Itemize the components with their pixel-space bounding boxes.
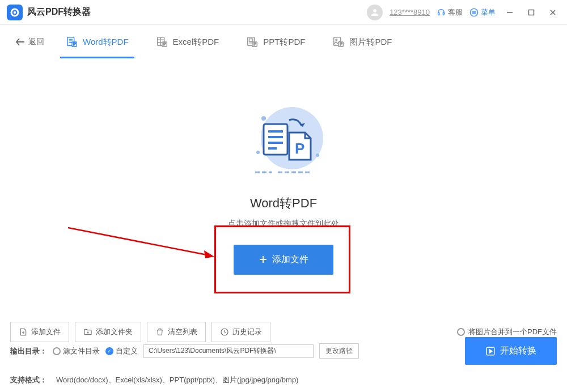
svg-point-32 — [261, 116, 266, 121]
app-title: 风云PDF转换器 — [27, 6, 91, 18]
start-convert-button[interactable]: 开始转换 — [465, 337, 557, 365]
radio-unchecked-icon — [457, 328, 465, 336]
svg-point-1 — [14, 11, 16, 14]
support-link[interactable]: 客服 — [437, 7, 463, 18]
tab-image-to-pdf[interactable]: P 图片转PDF — [321, 27, 403, 57]
output-path-input[interactable] — [143, 344, 314, 358]
main-subtitle: 点击添加文件或拖拽文件到此处 — [228, 219, 339, 229]
formats-value: Word(doc/docx)、Excel(xls/xlsx)、PPT(ppt/p… — [56, 375, 298, 385]
formats-label: 支持格式： — [10, 375, 47, 385]
play-icon — [485, 346, 496, 356]
conversion-illustration: P — [232, 99, 335, 184]
supported-formats: 支持格式： Word(doc/docx)、Excel(xls/xlsx)、PPT… — [10, 375, 298, 385]
excel-doc-icon: P — [156, 36, 168, 48]
svg-point-33 — [316, 154, 319, 157]
maximize-button[interactable] — [527, 8, 535, 16]
svg-point-28 — [336, 39, 337, 41]
word-doc-icon: P — [66, 36, 78, 48]
trash-icon — [155, 327, 164, 336]
arrow-left-icon — [16, 38, 25, 46]
folder-plus-icon — [83, 327, 92, 336]
user-id[interactable]: 123****8910 — [390, 8, 430, 16]
svg-point-34 — [256, 151, 260, 154]
file-plus-icon — [19, 327, 28, 336]
user-avatar[interactable] — [367, 5, 383, 20]
menu-icon — [469, 8, 479, 17]
titlebar: 风云PDF转换器 123****8910 客服 菜单 — [0, 0, 567, 25]
plus-icon — [259, 255, 268, 264]
app-logo — [7, 5, 23, 20]
radio-unchecked-icon — [53, 347, 61, 355]
svg-rect-7 — [529, 10, 534, 15]
main-title: Word转PDF — [250, 195, 317, 212]
add-file-main-button[interactable]: 添加文件 — [234, 245, 333, 275]
output-source-dir-option[interactable]: 源文件目录 — [53, 346, 100, 356]
clock-icon — [220, 327, 229, 336]
close-button[interactable] — [549, 8, 557, 16]
minimize-button[interactable] — [506, 8, 514, 16]
output-settings: 输出目录： 源文件目录 自定义 更改路径 开始转换 — [0, 337, 567, 365]
svg-rect-23 — [249, 39, 253, 42]
svg-rect-35 — [264, 124, 287, 155]
tab-word-to-pdf[interactable]: P Word转PDF — [54, 27, 140, 57]
change-path-button[interactable]: 更改路径 — [319, 343, 359, 359]
output-custom-option[interactable]: 自定义 — [105, 346, 138, 356]
main-drop-area[interactable]: P Word转PDF 点击添加文件或拖拽文件到此处 添加文件 — [0, 59, 567, 314]
svg-text:P: P — [73, 42, 76, 46]
menu-button[interactable]: 菜单 — [469, 7, 496, 18]
tab-ppt-to-pdf[interactable]: P PPT转PDF — [235, 27, 316, 57]
svg-text:P: P — [295, 140, 304, 157]
svg-text:P: P — [254, 42, 257, 46]
merge-images-option[interactable]: 将图片合并到一个PDF文件 — [457, 327, 557, 337]
output-label: 输出目录： — [10, 346, 47, 356]
radio-checked-icon — [105, 347, 113, 355]
headset-icon — [437, 8, 446, 17]
tab-bar: 返回 P Word转PDF P Excel转PDF P PPT转PDF P 图片… — [0, 25, 567, 59]
ppt-doc-icon: P — [246, 36, 259, 48]
svg-text:P: P — [163, 42, 166, 46]
image-doc-icon: P — [332, 36, 345, 48]
back-button[interactable]: 返回 — [10, 33, 50, 50]
tab-excel-to-pdf[interactable]: P Excel转PDF — [145, 27, 231, 57]
svg-text:P: P — [340, 42, 343, 46]
